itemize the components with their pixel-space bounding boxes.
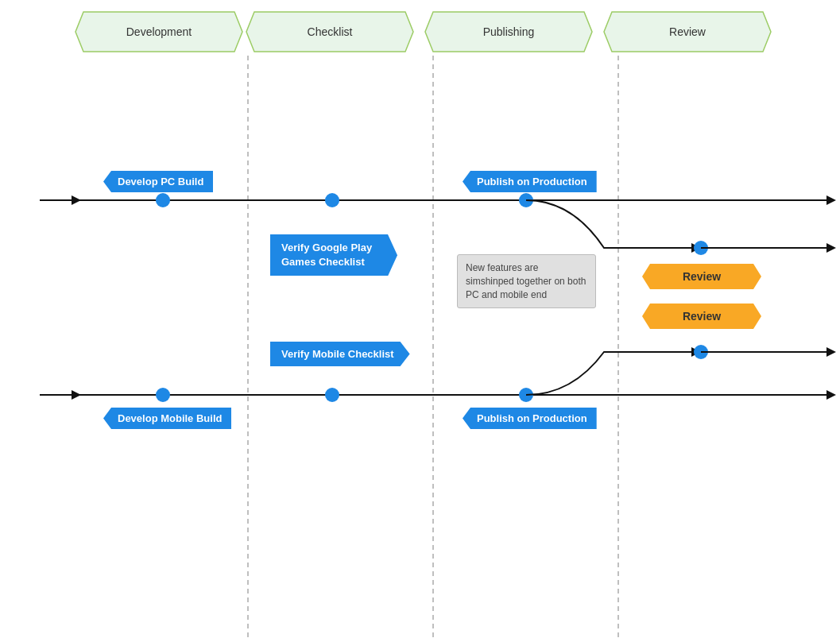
svg-marker-30 [826, 347, 836, 357]
svg-marker-27 [691, 347, 701, 357]
verify-mobile-checklist-label: Verify Mobile Checklist [270, 342, 410, 366]
svg-point-28 [694, 345, 708, 359]
svg-point-25 [325, 388, 339, 402]
develop-pc-build-label: Develop PC Build [103, 171, 213, 192]
svg-marker-13 [72, 195, 81, 205]
svg-marker-2 [246, 12, 413, 52]
svg-point-26 [519, 388, 533, 402]
svg-text:Development: Development [126, 25, 192, 38]
annotation-box: New features are simshinped together on … [457, 254, 596, 308]
svg-text:Checklist: Checklist [308, 25, 353, 38]
review-label-1: Review [642, 264, 761, 289]
svg-point-16 [519, 193, 533, 207]
svg-marker-12 [826, 195, 836, 205]
svg-point-15 [325, 193, 339, 207]
publish-production-1-label: Publish on Production [463, 171, 597, 192]
svg-marker-20 [826, 243, 836, 253]
svg-marker-0 [75, 12, 242, 52]
svg-marker-6 [604, 12, 771, 52]
svg-text:Publishing: Publishing [483, 25, 535, 38]
diagram-container: Development Checklist Publishing Review [0, 0, 840, 638]
svg-text:Review: Review [669, 25, 706, 38]
publish-production-2-label: Publish on Production [463, 408, 597, 429]
svg-point-14 [156, 193, 170, 207]
svg-marker-4 [425, 12, 592, 52]
develop-mobile-build-label: Develop Mobile Build [103, 408, 231, 429]
review-label-2: Review [642, 304, 761, 329]
svg-marker-17 [691, 243, 701, 253]
svg-point-18 [694, 241, 708, 255]
verify-google-play-label: Verify Google Play Games Checklist [270, 234, 397, 276]
svg-marker-23 [72, 390, 81, 400]
svg-marker-22 [826, 390, 836, 400]
svg-point-24 [156, 388, 170, 402]
